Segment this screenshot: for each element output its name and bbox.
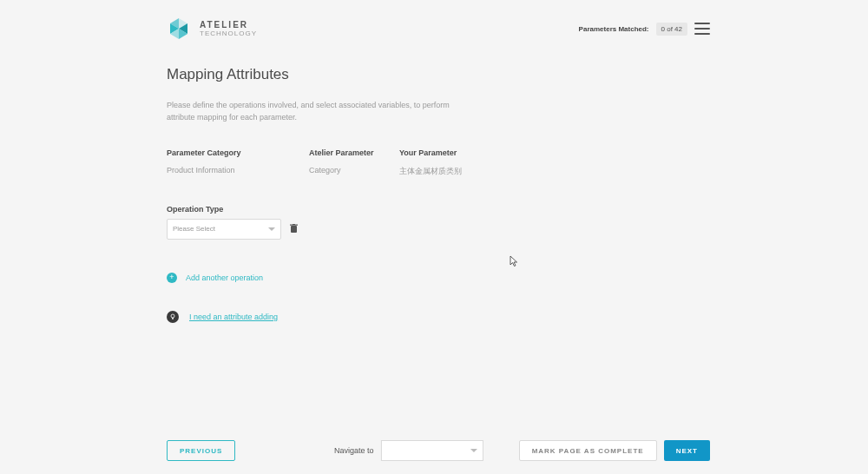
navigate-to-select[interactable] — [380, 440, 483, 461]
parameter-category-value: Product Information — [167, 166, 309, 174]
brand-name: ATELIER — [200, 20, 257, 30]
lightbulb-circle-icon — [167, 311, 179, 323]
parameters-matched-badge: 0 of 42 — [656, 23, 687, 36]
atelier-parameter-value: Category — [309, 166, 399, 174]
add-operation-link: Add another operation — [186, 273, 263, 282]
delete-operation-button[interactable] — [290, 224, 298, 234]
svg-rect-8 — [293, 224, 295, 225]
page-title: Mapping Attributes — [167, 66, 713, 83]
operation-type-select[interactable]: Please Select — [167, 219, 281, 240]
parameters-matched-label: Parameters Matched: — [579, 25, 649, 33]
atelier-parameter-head: Atelier Parameter — [309, 148, 399, 157]
trash-icon — [290, 224, 298, 234]
plus-circle-icon: + — [167, 273, 177, 283]
chevron-down-icon — [470, 449, 477, 452]
operation-section: Operation Type Please Select — [167, 205, 713, 240]
operation-type-placeholder: Please Select — [173, 225, 215, 233]
add-operation-row[interactable]: + Add another operation — [167, 273, 713, 283]
operation-type-label: Operation Type — [167, 205, 713, 214]
navigate-to-label: Navigate to — [334, 446, 374, 455]
previous-button[interactable]: PREVIOUS — [167, 440, 235, 461]
logo-text: ATELIER TECHNOLOGY — [200, 20, 257, 37]
mark-complete-button[interactable]: MARK PAGE AS COMPLETE — [519, 440, 657, 461]
need-attribute-link: I need an attribute adding — [189, 313, 278, 321]
logo-mark-icon — [167, 16, 191, 41]
need-attribute-row[interactable]: I need an attribute adding — [167, 311, 713, 323]
page-description: Please define the operations involved, a… — [167, 99, 479, 124]
svg-rect-10 — [172, 318, 174, 319]
brand-sub: TECHNOLOGY — [200, 30, 257, 37]
next-button[interactable]: NEXT — [664, 440, 710, 461]
header: ATELIER TECHNOLOGY Parameters Matched: 0… — [167, 16, 710, 42]
parameter-category-head: Parameter Category — [167, 148, 309, 157]
your-parameter-value: 主体金属材质类别 — [399, 166, 538, 177]
main-content: Mapping Attributes Please define the ope… — [167, 66, 713, 323]
svg-rect-6 — [291, 226, 297, 233]
your-parameter-head: Your Parameter — [399, 148, 538, 157]
svg-point-9 — [171, 314, 174, 318]
navigate-to-group: Navigate to — [334, 440, 483, 461]
logo[interactable]: ATELIER TECHNOLOGY — [167, 16, 257, 41]
parameter-columns: Parameter Category Product Information A… — [167, 148, 713, 177]
footer: PREVIOUS Navigate to MARK PAGE AS COMPLE… — [167, 438, 710, 464]
hamburger-menu-icon[interactable] — [694, 23, 710, 35]
chevron-down-icon — [268, 227, 275, 231]
